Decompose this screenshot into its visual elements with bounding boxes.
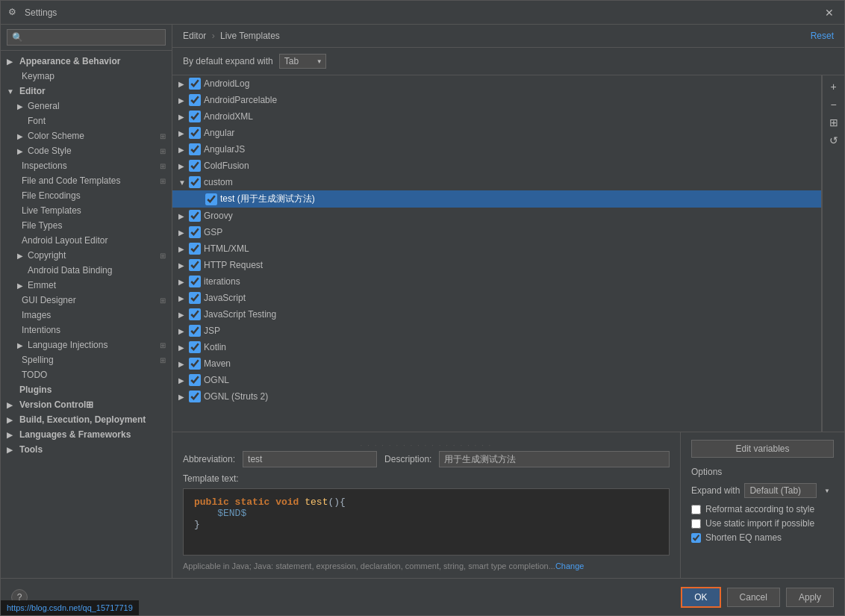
template-group-gsp[interactable]: ▶ GSP: [172, 224, 821, 240]
expand-select[interactable]: Tab Enter Space: [279, 54, 326, 69]
sidebar-item-language-injections[interactable]: ▶ Language Injections ⊞: [1, 337, 172, 352]
code-editor[interactable]: public static void test(){ $END$ }: [183, 488, 670, 556]
sidebar-item-emmet[interactable]: ▶ Emmet: [1, 278, 172, 293]
sidebar-item-version-control[interactable]: ▶ Version Control ⊞: [1, 397, 172, 412]
template-group-androidlog[interactable]: ▶ AndroidLog: [172, 75, 821, 92]
group-checkbox[interactable]: [189, 127, 201, 139]
abbreviation-input[interactable]: [243, 451, 377, 467]
template-group-angular[interactable]: ▶ Angular: [172, 125, 821, 141]
sidebar-item-copyright[interactable]: ▶ Copyright ⊞: [1, 248, 172, 263]
group-arrow: ▶: [178, 113, 189, 121]
apply-button[interactable]: Apply: [786, 588, 834, 607]
group-checkbox[interactable]: [189, 243, 201, 255]
group-checkbox[interactable]: [189, 226, 201, 238]
sidebar-item-images[interactable]: Images: [1, 308, 172, 323]
copy-template-button[interactable]: ⊞: [826, 114, 842, 131]
template-group-groovy[interactable]: ▶ Groovy: [172, 208, 821, 224]
group-label: AndroidParcelable: [204, 95, 277, 105]
template-group-httprequest[interactable]: ▶ HTTP Request: [172, 257, 821, 273]
group-checkbox[interactable]: [189, 276, 201, 287]
template-group-androidparcelable[interactable]: ▶ AndroidParcelable: [172, 92, 821, 108]
sidebar-item-inspections[interactable]: Inspections ⊞: [1, 158, 172, 173]
group-checkbox[interactable]: [189, 358, 201, 370]
template-group-kotlin[interactable]: ▶ Kotlin: [172, 339, 821, 355]
sidebar-item-plugins[interactable]: Plugins: [1, 382, 172, 397]
sidebar-item-live-templates[interactable]: Live Templates: [1, 203, 172, 218]
sidebar-item-file-code-templates[interactable]: File and Code Templates ⊞: [1, 173, 172, 188]
group-arrow: ▶: [178, 393, 189, 401]
right-header: Editor › Live Templates Reset: [172, 25, 844, 48]
sidebar-item-keymap[interactable]: Keymap: [1, 69, 172, 84]
search-input[interactable]: [7, 29, 166, 46]
reformat-checkbox[interactable]: [691, 505, 701, 514]
close-button[interactable]: ✕: [822, 5, 837, 20]
copy-icon: ⊞: [160, 252, 166, 260]
template-group-javascript-testing[interactable]: ▶ JavaScript Testing: [172, 306, 821, 323]
sidebar-item-intentions[interactable]: Intentions: [1, 323, 172, 337]
sidebar-item-label: Language Injections: [28, 340, 107, 350]
group-checkbox[interactable]: [189, 341, 201, 353]
sidebar-item-android-data-binding[interactable]: Android Data Binding: [1, 263, 172, 278]
sidebar-item-gui-designer[interactable]: GUI Designer ⊞: [1, 293, 172, 308]
sidebar-item-android-layout-editor[interactable]: Android Layout Editor: [1, 233, 172, 248]
description-input[interactable]: [439, 451, 670, 467]
template-group-jsp[interactable]: ▶ JSP: [172, 323, 821, 339]
template-group-htmlxml[interactable]: ▶ HTML/XML: [172, 240, 821, 257]
remove-template-button[interactable]: −: [826, 96, 842, 113]
ok-button[interactable]: OK: [681, 587, 720, 608]
template-group-javascript[interactable]: ▶ JavaScript: [172, 290, 821, 306]
group-label: custom: [204, 177, 233, 187]
item-checkbox[interactable]: [205, 193, 217, 205]
sidebar-item-file-types[interactable]: File Types: [1, 218, 172, 233]
sidebar-item-editor[interactable]: ▼ Editor: [1, 84, 172, 99]
shorten-eq-checkbox[interactable]: [691, 533, 701, 543]
group-checkbox[interactable]: [189, 308, 201, 320]
sidebar-item-tools[interactable]: ▶ Tools: [1, 442, 172, 457]
group-checkbox[interactable]: [189, 259, 201, 271]
right-panel: Editor › Live Templates Reset By default…: [172, 25, 844, 578]
sidebar-item-label: Inspections: [22, 161, 67, 171]
group-arrow: ▶: [178, 228, 189, 237]
sidebar-item-languages-frameworks[interactable]: ▶ Languages & Frameworks: [1, 427, 172, 442]
group-checkbox[interactable]: [189, 78, 201, 90]
group-checkbox[interactable]: [189, 210, 201, 222]
collapse-arrow: ▶: [7, 416, 17, 424]
sidebar-item-label: Code Style: [28, 146, 72, 156]
group-checkbox[interactable]: [189, 292, 201, 304]
reset-button[interactable]: Reset: [811, 31, 834, 41]
sidebar-item-label: Intentions: [22, 325, 60, 335]
reset-template-button[interactable]: ↺: [826, 132, 842, 149]
template-group-iterations[interactable]: ▶ iterations: [172, 273, 821, 290]
template-group-ognl-struts2[interactable]: ▶ OGNL (Struts 2): [172, 388, 821, 405]
sidebar-item-code-style[interactable]: ▶ Code Style ⊞: [1, 143, 172, 158]
template-group-androidxml[interactable]: ▶ AndroidXML: [172, 108, 821, 125]
cancel-button[interactable]: Cancel: [727, 588, 780, 607]
template-group-angularjs[interactable]: ▶ AngularJS: [172, 141, 821, 158]
edit-variables-button[interactable]: Edit variables: [691, 440, 834, 458]
sidebar-item-font[interactable]: Font: [1, 113, 172, 128]
sidebar-item-appearance[interactable]: ▶ Appearance & Behavior: [1, 54, 172, 69]
sidebar-item-color-scheme[interactable]: ▶ Color Scheme ⊞: [1, 128, 172, 143]
sidebar-item-general[interactable]: ▶ General: [1, 99, 172, 113]
group-checkbox[interactable]: [189, 111, 201, 122]
sidebar-item-todo[interactable]: TODO: [1, 367, 172, 382]
template-group-coldfusion[interactable]: ▶ ColdFusion: [172, 158, 821, 174]
template-group-maven[interactable]: ▶ Maven: [172, 355, 821, 372]
add-template-button[interactable]: +: [826, 78, 842, 95]
group-checkbox[interactable]: [189, 374, 201, 386]
template-group-ognl[interactable]: ▶ OGNL: [172, 372, 821, 388]
group-checkbox[interactable]: [189, 176, 201, 188]
group-checkbox[interactable]: [189, 160, 201, 172]
group-checkbox[interactable]: [189, 143, 201, 155]
sidebar-item-spelling[interactable]: Spelling ⊞: [1, 352, 172, 367]
change-link[interactable]: Change: [555, 561, 584, 570]
group-checkbox[interactable]: [189, 391, 201, 402]
group-checkbox[interactable]: [189, 94, 201, 106]
template-item-test[interactable]: test (用于生成测试方法): [172, 190, 821, 208]
expand-with-select[interactable]: Default (Tab) Tab Enter Space: [744, 483, 817, 498]
template-group-custom[interactable]: ▼ custom: [172, 174, 821, 190]
static-import-checkbox[interactable]: [691, 519, 701, 529]
sidebar-item-file-encodings[interactable]: File Encodings: [1, 188, 172, 203]
group-checkbox[interactable]: [189, 325, 201, 337]
sidebar-item-build-execution[interactable]: ▶ Build, Execution, Deployment: [1, 412, 172, 427]
